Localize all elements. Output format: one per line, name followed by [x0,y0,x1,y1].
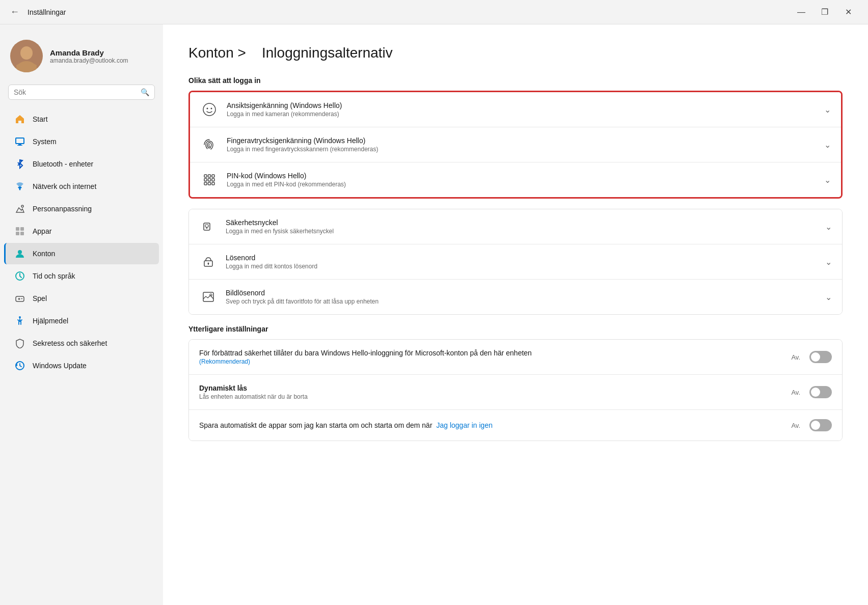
svg-rect-32 [206,227,207,229]
auto-restart-toggle[interactable] [809,419,832,431]
sidebar-item-personalization[interactable]: Personanpassning [4,198,159,219]
fingerprint-text: Fingeravtrycksigenkänning (Windows Hello… [227,136,819,153]
search-box[interactable]: 🔍 [8,85,155,100]
svg-rect-5 [17,145,22,146]
page-header: Konton > Inloggningsalternativ [188,45,843,61]
sidebar-item-bluetooth[interactable]: Bluetooth - enheter [4,153,159,175]
user-section: Amanda Brady amanda.brady@outlook.com [0,35,163,85]
security-key-text: Säkerhetsnyckel Logga in med en fysisk s… [226,218,820,235]
toggle-label-dynlock: Av. [791,389,800,396]
auto-restart-setting: Spara automatiskt de appar som jag kan s… [189,410,842,441]
additional-settings-title: Ytterligare inställningar [188,325,843,333]
fingerprint-icon [200,135,219,154]
minimize-button[interactable]: — [790,4,813,20]
windows-update-icon [14,360,25,371]
sidebar-item-accessibility[interactable]: Hjälpmedel [4,310,159,332]
maximize-button[interactable]: ❐ [813,4,836,20]
picture-password-icon [199,288,218,306]
svg-rect-25 [208,179,211,181]
chevron-down-icon: ⌄ [824,175,831,185]
title-bar: ← Inställningar — ❐ ✕ [0,0,868,24]
sidebar-item-time[interactable]: Tid och språk [4,265,159,287]
sidebar-item-label: Bluetooth - enheter [33,160,93,168]
sidebar-item-accounts[interactable]: Konton [4,243,159,264]
window-controls: — ❐ ✕ [790,4,860,20]
sidebar-item-privacy[interactable]: Sekretess och säkerhet [4,333,159,354]
sidebar-item-apps[interactable]: Appar [4,221,159,242]
sidebar-item-start[interactable]: Start [4,108,159,130]
auto-restart-link[interactable]: Jag loggar in igen [436,421,493,429]
search-input[interactable] [14,88,137,96]
svg-rect-28 [208,182,211,185]
security-key-subtitle: Logga in med en fysisk säkerhetsnyckel [226,228,820,235]
svg-point-19 [207,108,208,109]
picture-password-text: Bildlösenord Svep och tryck på ditt favo… [226,289,820,305]
windows-hello-toggle[interactable] [809,351,832,363]
sidebar-item-label: Personanpassning [33,205,92,213]
sidebar: Amanda Brady amanda.brady@outlook.com 🔍 … [0,24,163,605]
face-recognition-text: Ansiktsigenkänning (Windows Hello) Logga… [227,101,819,118]
auto-restart-text: Spara automatiskt de appar som jag kan s… [199,421,786,429]
bluetooth-icon [14,158,25,170]
sidebar-item-label: Nätverk och internet [33,182,96,190]
sidebar-item-system[interactable]: System [4,131,159,152]
back-button[interactable]: ← [8,5,21,19]
chevron-down-icon: ⌄ [825,257,832,267]
dynamic-lock-setting: Dynamiskt lås Lås enheten automatiskt nä… [189,375,842,410]
sidebar-item-network[interactable]: Nätverk och internet [4,176,159,197]
sidebar-item-label: Appar [33,227,51,235]
svg-rect-22 [208,175,211,177]
gaming-icon [14,293,25,304]
section-title: Olika sätt att logga in [188,76,843,85]
dynamic-lock-text: Dynamiskt lås Lås enheten automatiskt nä… [199,384,786,400]
sidebar-item-label: System [33,138,57,146]
svg-rect-30 [204,223,210,230]
close-button[interactable]: ✕ [836,4,860,20]
user-name: Amanda Brady [50,48,128,57]
svg-rect-29 [212,182,214,185]
sidebar-item-label: Tid och språk [33,272,75,280]
windows-hello-only-setting: För förbättrad säkerhet tillåter du bara… [189,340,842,375]
main-content: Konton > Inloggningsalternativ Olika sät… [163,24,868,605]
svg-rect-24 [204,179,207,181]
svg-rect-11 [20,232,24,235]
toggle-label-hello: Av. [791,353,800,361]
picture-password-option[interactable]: Bildlösenord Svep och tryck på ditt favo… [189,280,842,314]
pin-icon [200,171,219,189]
avatar [10,40,43,72]
search-icon: 🔍 [141,88,149,96]
svg-rect-35 [208,263,209,265]
face-icon [200,100,219,119]
pin-subtitle: Logga in med ett PIN-kod (rekommenderas) [227,181,819,188]
security-key-option[interactable]: Säkerhetsnyckel Logga in med en fysisk s… [189,209,842,244]
sidebar-item-label: Sekretess och säkerhet [33,339,107,347]
toggle-label-autorestart: Av. [791,422,800,429]
svg-rect-27 [204,182,207,185]
dynamic-lock-subtitle: Lås enheten automatiskt när du är borta [199,393,308,400]
fingerprint-subtitle: Logga in med fingeravtrycksskannern (rek… [227,146,819,153]
time-icon [14,270,25,282]
svg-point-12 [18,250,22,254]
accounts-icon [14,248,25,259]
sidebar-item-gaming[interactable]: Spel [4,288,159,309]
pin-text: PIN-kod (Windows Hello) Logga in med ett… [227,172,819,188]
sidebar-item-label: Konton [33,250,55,258]
sidebar-item-windows-update[interactable]: Windows Update [4,355,159,376]
svg-point-15 [19,316,21,318]
windows-hello-only-text: För förbättrad säkerhet tillåter du bara… [199,349,786,365]
face-recognition-option[interactable]: Ansiktsigenkänning (Windows Hello) Logga… [190,92,841,127]
dynamic-lock-toggle[interactable] [809,386,832,398]
svg-point-6 [19,189,21,190]
app-title: Inställningar [28,8,66,16]
password-option[interactable]: Lösenord Logga in med ditt kontos löseno… [189,244,842,280]
svg-point-20 [211,108,212,109]
chevron-down-icon: ⌄ [825,222,832,232]
windows-hello-only-subtext: (Rekommenderad) [199,358,250,365]
face-recognition-title: Ansiktsigenkänning (Windows Hello) [227,101,819,109]
svg-rect-10 [16,232,19,235]
pin-title: PIN-kod (Windows Hello) [227,172,819,180]
sidebar-item-label: Spel [33,294,47,302]
highlighted-options-group: Ansiktsigenkänning (Windows Hello) Logga… [188,91,843,199]
fingerprint-option[interactable]: Fingeravtrycksigenkänning (Windows Hello… [190,127,841,162]
pin-option[interactable]: PIN-kod (Windows Hello) Logga in med ett… [190,162,841,197]
